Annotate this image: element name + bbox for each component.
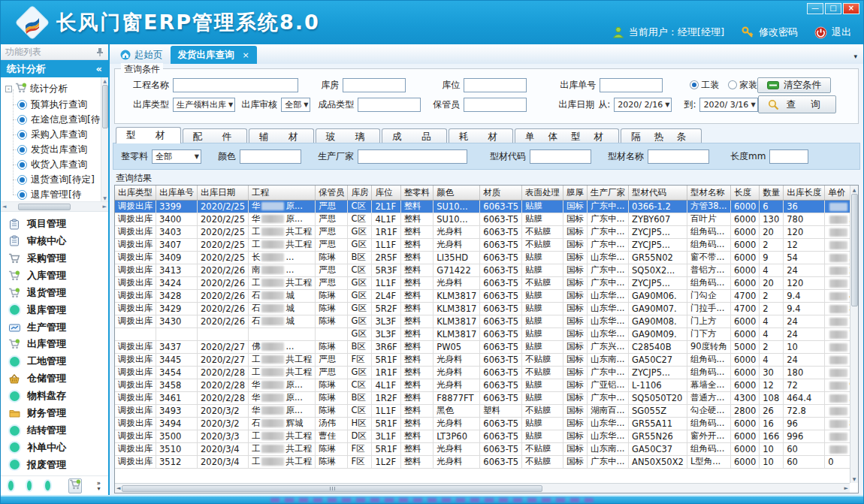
collapse-icon[interactable]: « bbox=[96, 63, 102, 74]
table-cell[interactable]: G区 bbox=[348, 225, 372, 238]
table-row[interactable]: 调拨出库34612020/2/28华原...陈琳B区1R2F整料F8877FT6… bbox=[115, 391, 850, 404]
table-cell[interactable]: KLM3817 bbox=[434, 289, 480, 302]
table-cell[interactable]: 门拉手... bbox=[687, 302, 730, 315]
table-cell[interactable]: 812 bbox=[825, 417, 850, 430]
table-cell[interactable]: KLM3817 bbox=[434, 302, 480, 315]
table-cell[interactable]: 2 bbox=[760, 302, 784, 315]
column-header[interactable]: 生产厂家 bbox=[588, 186, 629, 200]
table-cell[interactable]: 2L1F bbox=[372, 200, 400, 213]
table-cell[interactable]: 72 bbox=[784, 379, 825, 391]
table-cell[interactable]: 180 bbox=[784, 366, 825, 379]
table-cell[interactable]: 广东中... bbox=[588, 200, 629, 213]
table-cell[interactable]: 山东华... bbox=[588, 315, 629, 327]
scroll-right-icon[interactable]: ► bbox=[844, 485, 848, 491]
tree-horizontal-scrollbar[interactable]: ◄ ► bbox=[1, 202, 108, 212]
table-cell[interactable]: 72.8 bbox=[784, 404, 825, 417]
table-cell[interactable]: 国标 bbox=[563, 289, 588, 302]
table-cell[interactable]: 调拨出库 bbox=[115, 213, 156, 225]
table-cell[interactable]: 组角码... bbox=[687, 417, 730, 430]
tree-item[interactable]: 采购入库查询 bbox=[5, 127, 99, 142]
project-name-input[interactable] bbox=[173, 78, 298, 92]
table-cell[interactable]: 调拨出库 bbox=[115, 404, 156, 417]
table-cell[interactable]: 组角码... bbox=[687, 442, 730, 455]
table-cell[interactable]: 国标 bbox=[563, 276, 588, 289]
tree-item[interactable]: 退货查询[待定] bbox=[5, 172, 99, 187]
table-cell[interactable]: L型角... bbox=[687, 455, 730, 468]
table-cell[interactable] bbox=[825, 366, 850, 379]
table-cell[interactable]: 国标 bbox=[563, 340, 588, 353]
section-header[interactable]: 统计分析 « bbox=[1, 60, 108, 77]
table-cell[interactable]: 4 bbox=[760, 264, 784, 276]
table-cell[interactable]: 调拨出库 bbox=[115, 225, 156, 238]
table-cell[interactable]: LT3P60 bbox=[434, 430, 480, 442]
tree-item[interactable]: 在途信息查询[待 bbox=[5, 112, 99, 127]
table-cell[interactable]: 百叶片 bbox=[687, 213, 730, 225]
table-cell[interactable]: 整料 bbox=[400, 213, 434, 225]
maximize-button[interactable]: □ bbox=[825, 3, 841, 14]
table-cell[interactable]: 6063-T5 bbox=[480, 200, 522, 213]
table-cell[interactable]: 国标 bbox=[563, 315, 588, 327]
table-cell[interactable]: 广东中... bbox=[588, 238, 629, 251]
change-password-link[interactable]: 修改密码 bbox=[759, 26, 798, 39]
table-cell[interactable]: 3L3F bbox=[372, 315, 400, 327]
sidebar-item-生产管理[interactable]: 生产管理 bbox=[8, 320, 107, 335]
table-cell[interactable]: 贴膜 bbox=[522, 430, 563, 442]
table-cell[interactable]: 3437 bbox=[156, 340, 198, 353]
table-cell[interactable]: 6000 bbox=[731, 315, 760, 327]
table-row[interactable]: 调拨出库34132020/2/26南...严思C区5R3F整料G71422606… bbox=[115, 264, 850, 276]
table-cell[interactable]: 国标 bbox=[563, 379, 588, 391]
tree-item[interactable]: 预算执行查询 bbox=[5, 97, 99, 112]
table-cell[interactable]: 不贴膜 bbox=[522, 366, 563, 379]
out-type-select[interactable]: 生产领料出库▼ bbox=[173, 98, 235, 112]
table-cell[interactable]: 整料 bbox=[400, 340, 434, 353]
table-cell[interactable]: 整料 bbox=[400, 251, 434, 264]
table-cell[interactable]: 组角码... bbox=[687, 353, 730, 366]
minimize-button[interactable]: — bbox=[807, 3, 823, 14]
table-cell[interactable]: 国标 bbox=[563, 327, 588, 340]
table-cell[interactable]: 6000 bbox=[731, 379, 760, 391]
cart-module-button[interactable] bbox=[68, 478, 82, 493]
table-cell[interactable]: G区 bbox=[348, 327, 372, 340]
table-cell[interactable]: 6063-T5 bbox=[480, 430, 522, 442]
table-cell[interactable]: 3428 bbox=[156, 289, 198, 302]
table-cell[interactable]: 调拨出库 bbox=[115, 455, 156, 468]
table-cell[interactable]: 3445 bbox=[156, 353, 198, 366]
table-cell[interactable]: 广东中... bbox=[588, 213, 629, 225]
sidebar-item-报废管理[interactable]: 报废管理 bbox=[8, 457, 107, 472]
table-cell[interactable]: 调拨出库 bbox=[115, 379, 156, 391]
sidebar-item-工地管理[interactable]: 工地管理 bbox=[8, 354, 107, 369]
table-cell[interactable]: 3407 bbox=[156, 238, 198, 251]
table-cell[interactable]: GR55N26 bbox=[629, 430, 687, 442]
table-cell[interactable]: 工共工程 bbox=[248, 238, 315, 251]
length-input[interactable] bbox=[769, 149, 808, 164]
table-cell[interactable]: 国标 bbox=[563, 353, 588, 366]
table-cell[interactable]: 3430 bbox=[156, 315, 198, 327]
table-cell[interactable]: GA90M08. bbox=[629, 315, 687, 327]
table-cell[interactable]: 不贴膜 bbox=[522, 353, 563, 366]
table-cell[interactable]: 26 bbox=[760, 404, 784, 417]
table-cell[interactable]: 工共工程 bbox=[248, 442, 315, 455]
table-cell[interactable]: 6000 bbox=[731, 366, 760, 379]
table-cell[interactable]: 工共工程 bbox=[248, 225, 315, 238]
clear-conditions-button[interactable]: 清空条件 bbox=[757, 77, 831, 93]
table-cell[interactable]: 6063-T5 bbox=[480, 302, 522, 315]
table-cell[interactable]: KLM3817 bbox=[434, 315, 480, 327]
sidebar-item-入库管理[interactable]: 入库管理 bbox=[8, 268, 107, 283]
table-cell[interactable]: 2020/2/26 bbox=[198, 315, 249, 327]
table-cell[interactable]: 9 bbox=[760, 251, 784, 264]
table-row[interactable]: 调拨出库34302020/2/26石城陈琳G区3L3F整料KLM38176063… bbox=[115, 315, 850, 327]
table-cell[interactable]: 1R2F bbox=[372, 391, 400, 404]
table-cell[interactable] bbox=[825, 430, 850, 442]
table-cell[interactable]: 0 bbox=[825, 455, 850, 468]
table-cell[interactable]: 2800 bbox=[731, 404, 760, 417]
table-cell[interactable]: D区 bbox=[348, 430, 372, 442]
table-cell[interactable]: 工共工程 bbox=[248, 366, 315, 379]
table-cell[interactable]: 整料 bbox=[400, 366, 434, 379]
table-cell[interactable]: 20 bbox=[760, 225, 784, 238]
table-cell[interactable]: KLM3817 bbox=[434, 327, 480, 340]
table-cell[interactable]: 华原... bbox=[248, 404, 315, 417]
module-dot-icon[interactable] bbox=[8, 481, 14, 490]
table-cell[interactable]: ZYCJP5... bbox=[629, 366, 687, 379]
table-cell[interactable]: 3424 bbox=[156, 276, 198, 289]
column-header[interactable]: 长度 bbox=[731, 186, 760, 200]
